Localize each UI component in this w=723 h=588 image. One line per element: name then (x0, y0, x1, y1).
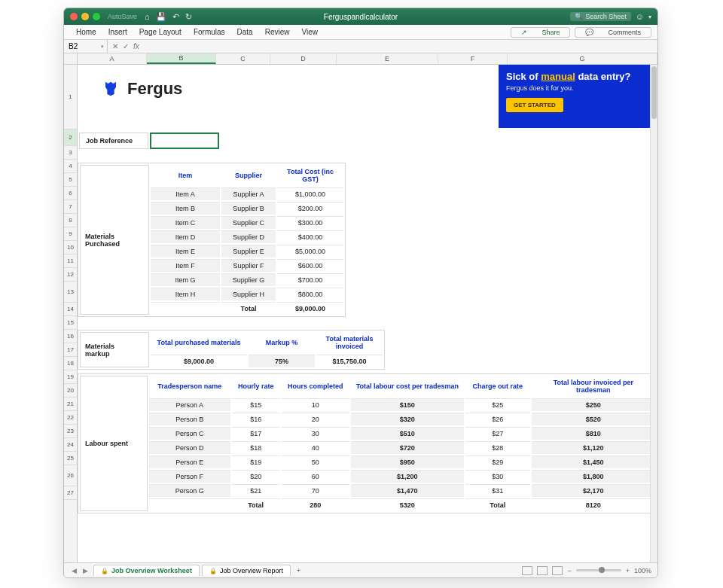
col-e[interactable]: E (337, 53, 438, 64)
cell[interactable]: Item A (151, 187, 220, 200)
add-sheet-button[interactable]: ＋ (295, 565, 302, 575)
zoom-out-icon[interactable]: − (567, 567, 571, 574)
cell[interactable]: $510 (351, 427, 464, 440)
cell[interactable]: $800.00 (277, 288, 343, 300)
undo-icon[interactable]: ↶ (172, 12, 179, 22)
close-icon[interactable] (70, 13, 78, 20)
cell[interactable]: $1,450 (532, 455, 655, 468)
formula-input[interactable] (144, 40, 657, 53)
cell[interactable]: Item G (151, 273, 220, 286)
tab-review[interactable]: Review (259, 28, 296, 36)
scroll-thumb[interactable] (651, 66, 657, 119)
worksheet[interactable]: Fergus Sick of manual data entry? Fergus… (78, 65, 657, 562)
row-19[interactable]: 19 (64, 370, 77, 384)
col-b[interactable]: B (147, 53, 216, 64)
cell[interactable]: Item D (151, 230, 220, 243)
tab-nav-next-icon[interactable]: ▶ (80, 567, 91, 574)
cell[interactable]: $27 (465, 427, 530, 440)
row-5[interactable]: 5 (64, 173, 77, 187)
cell[interactable]: $17 (232, 427, 280, 440)
cell[interactable]: $320 (351, 413, 464, 425)
maximize-icon[interactable] (93, 13, 100, 20)
cell[interactable]: 50 (282, 455, 349, 468)
cell[interactable]: Supplier D (221, 230, 276, 243)
cell[interactable]: Person G (149, 484, 230, 497)
cell[interactable]: Supplier E (221, 245, 276, 257)
chevron-down-icon[interactable]: ▾ (648, 14, 651, 20)
cell[interactable]: $600.00 (277, 259, 343, 272)
cell[interactable]: 75% (249, 355, 315, 367)
fx-label[interactable]: fx (133, 42, 139, 50)
cell[interactable]: $250 (532, 398, 655, 411)
cell[interactable]: $29 (465, 455, 530, 468)
col-g[interactable]: G (508, 53, 657, 64)
confirm-icon[interactable]: ✓ (123, 42, 129, 50)
row-24[interactable]: 24 (64, 438, 77, 452)
cell[interactable]: $1,470 (351, 484, 464, 497)
row-6[interactable]: 6 (64, 187, 77, 200)
feedback-icon[interactable]: ☺ (636, 12, 644, 21)
row-27[interactable]: 27 (64, 486, 77, 500)
col-f[interactable]: F (438, 53, 508, 64)
cell[interactable]: $5,000.00 (277, 245, 343, 257)
tab-insert[interactable]: Insert (102, 28, 133, 36)
cell[interactable]: 20 (282, 413, 349, 425)
cell[interactable]: $18 (232, 441, 280, 454)
view-break-icon[interactable] (552, 566, 563, 575)
cell[interactable]: $1,200 (351, 470, 464, 483)
cell[interactable]: Item H (151, 288, 220, 300)
cell[interactable]: Supplier A (221, 187, 276, 200)
select-all-cell[interactable] (64, 53, 78, 64)
get-started-button[interactable]: GET STARTED (506, 98, 563, 112)
row-23[interactable]: 23 (64, 425, 77, 438)
cell[interactable]: $9,000.00 (151, 355, 247, 367)
redo-icon[interactable]: ↻ (185, 12, 192, 22)
row-3[interactable]: 3 (64, 146, 77, 160)
col-d[interactable]: D (270, 53, 337, 64)
cell[interactable]: $520 (532, 413, 655, 425)
cell[interactable]: $2,170 (532, 484, 655, 497)
cell[interactable]: $950 (351, 455, 464, 468)
row-8[interactable]: 8 (64, 214, 77, 227)
view-normal-icon[interactable] (522, 566, 532, 575)
cell[interactable]: Supplier G (221, 273, 276, 286)
cell[interactable]: $700.00 (277, 273, 343, 286)
tab-formulas[interactable]: Formulas (188, 28, 231, 36)
col-c[interactable]: C (216, 53, 270, 64)
cell[interactable]: Person C (149, 427, 230, 440)
cell[interactable]: 60 (282, 470, 349, 483)
tab-view[interactable]: View (295, 28, 324, 36)
view-layout-icon[interactable] (537, 566, 548, 575)
tab-nav-prev-icon[interactable]: ◀ (69, 567, 80, 574)
cell[interactable]: 70 (282, 484, 349, 497)
row-16[interactable]: 16 (64, 330, 77, 343)
cell[interactable]: $28 (465, 441, 530, 454)
minimize-icon[interactable] (81, 13, 89, 20)
row-7[interactable]: 7 (64, 200, 77, 214)
cell[interactable]: $16 (232, 413, 280, 425)
row-2[interactable]: 2 (64, 129, 77, 146)
cell[interactable]: $810 (532, 427, 655, 440)
col-a[interactable]: A (78, 53, 147, 64)
sheet-tab-2[interactable]: 🔒Job Overview Report (202, 565, 291, 576)
cell[interactable]: Person E (149, 455, 230, 468)
cell[interactable]: Person A (149, 398, 230, 411)
search-sheet[interactable]: 🔍 Search Sheet (570, 12, 631, 21)
cell[interactable]: Supplier B (221, 202, 276, 215)
home-icon[interactable]: ⌂ (145, 12, 150, 22)
zoom-slider[interactable] (576, 569, 621, 571)
cell[interactable]: $20 (232, 470, 280, 483)
row-10[interactable]: 10 (64, 241, 77, 254)
zoom-in-icon[interactable]: + (626, 567, 630, 574)
cell[interactable]: $15 (232, 398, 280, 411)
cancel-icon[interactable]: ✕ (112, 42, 118, 50)
cell[interactable]: $200.00 (277, 202, 343, 215)
row-21[interactable]: 21 (64, 398, 77, 411)
row-9[interactable]: 9 (64, 227, 77, 241)
cell[interactable]: Supplier C (221, 216, 276, 229)
cell[interactable]: 30 (282, 427, 349, 440)
comments-button[interactable]: 💬Comments (575, 27, 651, 38)
row-18[interactable]: 18 (64, 357, 77, 370)
row-12[interactable]: 12 (64, 268, 77, 282)
row-22[interactable]: 22 (64, 411, 77, 425)
